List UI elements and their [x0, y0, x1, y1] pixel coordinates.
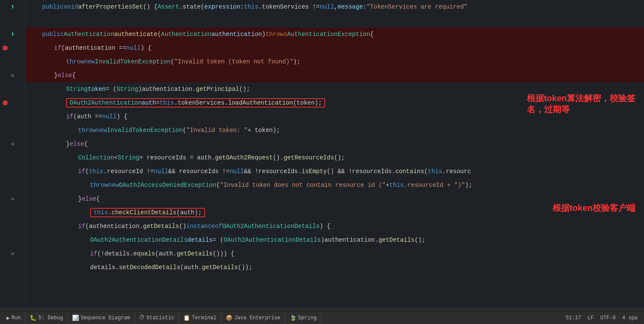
code-token: && resourceIds !=: [168, 168, 230, 175]
fold-icon[interactable]: ⊖: [11, 251, 14, 257]
code-annotation: 根据token校验客户端: [553, 202, 635, 213]
code-token: String: [66, 86, 88, 93]
code-token: (: [85, 168, 89, 175]
tab-label: 5: Debug: [38, 315, 63, 321]
tab-label: Run: [12, 315, 21, 321]
code-token: .resourceId + ")": [404, 182, 465, 189]
code-token: = (: [106, 86, 116, 93]
fold-icon[interactable]: ⊖: [11, 196, 14, 202]
code-token: OAuth2AccessDeniedException: [119, 182, 216, 189]
code-token: =: [156, 99, 160, 106]
gutter-item: [0, 110, 25, 123]
code-token: (: [183, 127, 186, 134]
code-token: )authentication.: [321, 237, 378, 243]
code-token: ();: [239, 86, 250, 93]
code-token: null: [230, 168, 244, 175]
code-token: }: [54, 72, 57, 79]
table-row: throw new InvalidTokenException("Invalid…: [26, 55, 644, 69]
code-token: InvalidTokenException: [107, 127, 182, 134]
code-token: this: [428, 168, 442, 175]
code-token: .resourc: [442, 168, 471, 175]
fold-icon[interactable]: ⊖: [11, 141, 14, 147]
code-token: ())) {: [213, 250, 234, 257]
horizontal-scrollbar[interactable]: [0, 308, 644, 311]
code-token: "Invalid token does not contain resource…: [220, 182, 385, 189]
code-token: null: [320, 3, 334, 10]
code-token: () {: [143, 3, 157, 10]
bottom-tab-sequence-diagram[interactable]: 📊Sequence Diagram: [68, 312, 135, 324]
code-token: public: [42, 3, 63, 10]
code-token: Authentication: [161, 31, 212, 38]
code-token: new: [96, 127, 107, 134]
table-row: } else {: [26, 192, 644, 206]
fold-icon[interactable]: ⊖: [11, 72, 14, 79]
indent-info: 4 spa: [622, 315, 638, 321]
code-token: getPrincipal: [196, 86, 239, 93]
code-token: (: [157, 31, 161, 38]
table-row: details.setDecodedDetails(auth.getDetail…: [26, 261, 644, 274]
bottom-tab-terminal[interactable]: 📋Terminal: [179, 312, 221, 324]
code-token: message:: [338, 3, 366, 10]
code-token: ();: [334, 154, 345, 161]
gutter-item: [0, 178, 25, 192]
code-token: this: [89, 168, 103, 175]
table-row: if (authentication == null) {: [26, 41, 644, 55]
code-token: if: [90, 250, 97, 257]
gutter-item: [0, 206, 25, 219]
table-row: throw new InvalidTokenException("Invalid…: [26, 123, 644, 137]
code-token: details: [187, 237, 213, 243]
table-row: if (authentication.getDetails() instance…: [26, 219, 644, 233]
code-content[interactable]: public void afterPropertiesSet() { Asser…: [26, 0, 644, 308]
code-token: }: [66, 141, 70, 147]
code-token: public: [42, 31, 63, 38]
table-row: throw new OAuth2AccessDeniedException("I…: [26, 178, 644, 192]
code-token: () && !resourceIds.: [327, 168, 396, 175]
code-token: ();: [414, 237, 425, 243]
code-token: .resourceId !=: [103, 168, 154, 175]
code-token: setDecodedDetails: [119, 264, 180, 271]
code-token: .: [108, 209, 112, 216]
breakpoint-icon[interactable]: [3, 100, 8, 105]
code-token: throw: [90, 182, 108, 189]
code-token: );: [465, 182, 472, 189]
code-token: +: [386, 182, 389, 189]
code-token: if: [78, 223, 85, 230]
code-token: InvalidTokenException: [95, 58, 170, 65]
code-token: instanceof: [186, 223, 222, 230]
gutter-item: [0, 151, 25, 165]
breakpoint-icon[interactable]: [3, 45, 8, 51]
code-token: Collection: [78, 154, 114, 161]
gutter-item: ⬆: [0, 0, 25, 14]
tab-label: Spring: [298, 315, 317, 321]
code-token: if: [66, 113, 73, 120]
line-ending: LF: [588, 315, 594, 321]
code-token: (auth ==: [73, 113, 102, 120]
cursor-position: 51:17: [566, 315, 581, 321]
code-token: throw: [66, 58, 84, 65]
bottom-tab-java-enterprise[interactable]: 📦Java Enterprise: [221, 312, 285, 324]
bottom-tab-spring[interactable]: 🍃Spring: [285, 312, 321, 324]
code-token: getResourceIds: [284, 154, 334, 161]
code-token: (: [216, 182, 220, 189]
bottom-tab-run[interactable]: ▶Run: [2, 312, 25, 324]
code-token: {: [96, 195, 100, 202]
gutter-item: ⊖: [0, 247, 25, 261]
tab-label: Sequence Diagram: [81, 315, 130, 321]
gutter-item: [0, 82, 25, 96]
code-token: void: [63, 3, 78, 10]
code-token: new: [84, 58, 95, 65]
code-token: Authentication: [63, 31, 114, 38]
bottom-tab-5:-debug[interactable]: 🐛5: Debug: [25, 312, 68, 324]
table-row: if (this.resourceId != null && resourceI…: [26, 165, 644, 178]
bottom-tab-statistic[interactable]: ⏱Statistic: [135, 312, 179, 324]
code-token: .state(: [179, 3, 204, 10]
table-row: Collection<String> resourceIds = auth.ge…: [26, 151, 644, 165]
code-token: authentication: [212, 31, 262, 38]
code-token: throw: [78, 127, 96, 134]
gutter-item: [0, 165, 25, 178]
code-token: loadAuthentication: [228, 99, 293, 106]
gutter-item: [0, 261, 25, 274]
gutter-item: ⬆: [0, 27, 25, 41]
arrow-up-icon: ⬆: [11, 3, 15, 11]
code-token: if: [54, 45, 61, 51]
